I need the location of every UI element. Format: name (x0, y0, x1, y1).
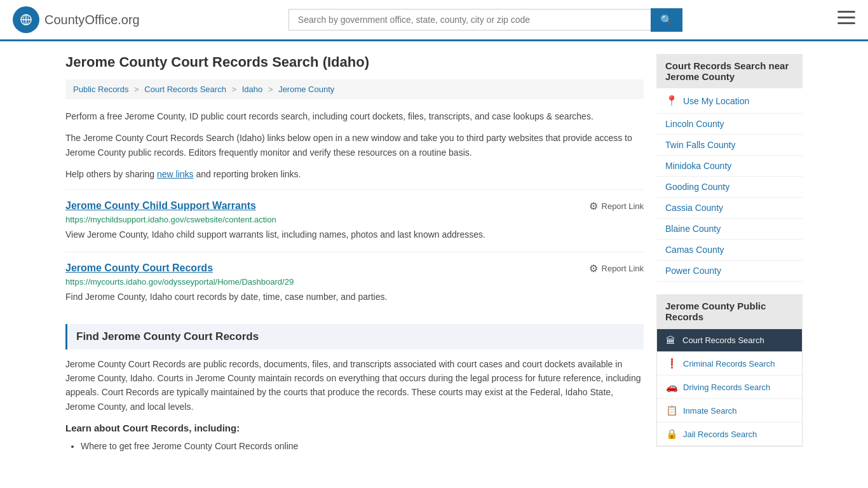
intro-para-2: The Jerome County Court Records Search (… (65, 131, 644, 159)
search-icon: 🔍 (660, 15, 673, 25)
list-item: Power County (656, 261, 803, 281)
main-container: Jerome County Court Records Search (Idah… (53, 41, 815, 472)
logo-text[interactable]: CountyOffice.org (44, 13, 140, 27)
gooding-county-link[interactable]: Gooding County (656, 177, 803, 197)
use-my-location-label: Use My Location (683, 96, 749, 106)
court-records-desc: Find Jerome County, Idaho court records … (65, 290, 644, 304)
blaine-county-link[interactable]: Blaine County (656, 219, 803, 239)
sidebar: Court Records Search near Jerome County … (656, 54, 803, 459)
logo-area: CountyOffice.org (13, 6, 140, 33)
breadcrumb: Public Records > Court Records Search > … (65, 79, 644, 99)
child-support-warrants-link[interactable]: Jerome County Child Support Warrants (65, 200, 256, 212)
page-title: Jerome County Court Records Search (Idah… (65, 54, 644, 71)
nearby-section-header: Court Records Search near Jerome County (656, 54, 803, 88)
nearby-section: Court Records Search near Jerome County … (656, 54, 803, 281)
criminal-records-search-nav[interactable]: ❗ Criminal Records Search (657, 352, 802, 375)
record-link-child-support: Jerome County Child Support Warrants ⚙ R… (65, 189, 644, 252)
public-records-list: 🏛 Court Records Search ❗ Criminal Record… (656, 329, 803, 447)
cassia-county-link[interactable]: Cassia County (656, 198, 803, 218)
intro-para-3: Help others by sharing new links and rep… (65, 167, 644, 181)
list-item: Twin Falls County (656, 135, 803, 156)
driving-records-icon: 🚗 (666, 381, 678, 393)
svg-rect-8 (837, 22, 855, 24)
child-support-desc: View Jerome County, Idaho child support … (65, 228, 644, 241)
hamburger-menu-icon[interactable] (837, 11, 855, 29)
report-icon-2: ⚙ (589, 262, 598, 274)
header: CountyOffice.org 🔍 (0, 0, 868, 41)
breadcrumb-idaho[interactable]: Idaho (242, 85, 263, 94)
list-item: ❗ Criminal Records Search (657, 352, 802, 376)
inmate-search-icon: 📋 (666, 405, 678, 416)
report-link-btn-1[interactable]: ⚙ Report Link (589, 200, 644, 212)
list-item: Lincoln County (656, 114, 803, 135)
use-my-location-btn[interactable]: 📍 Use My Location (656, 88, 803, 114)
report-link-btn-2[interactable]: ⚙ Report Link (589, 262, 644, 274)
nearby-counties-list: Lincoln County Twin Falls County Minidok… (656, 114, 803, 281)
svg-point-5 (22, 17, 24, 18)
jail-records-icon: 🔒 (666, 428, 678, 440)
find-section: Find Jerome County Court Records Jerome … (65, 324, 644, 455)
public-records-section-header: Jerome County Public Records (656, 294, 803, 329)
learn-list: Where to get free Jerome County Court Re… (81, 438, 644, 454)
twin-falls-county-link[interactable]: Twin Falls County (656, 135, 803, 155)
criminal-records-icon: ❗ (666, 358, 678, 369)
minidoka-county-link[interactable]: Minidoka County (656, 156, 803, 176)
list-item: Blaine County (656, 219, 803, 240)
report-icon-1: ⚙ (589, 200, 598, 212)
search-input[interactable] (288, 9, 651, 30)
svg-rect-7 (837, 17, 855, 18)
child-support-url: https://mychildsupport.idaho.gov/cswebsi… (65, 215, 644, 224)
logo-tld: Office.org (85, 13, 139, 27)
inmate-search-nav[interactable]: 📋 Inmate Search (657, 399, 802, 422)
court-records-search-nav[interactable]: 🏛 Court Records Search (657, 329, 802, 351)
breadcrumb-public-records[interactable]: Public Records (73, 85, 128, 94)
driving-records-search-nav[interactable]: 🚗 Driving Records Search (657, 376, 802, 398)
list-item: 🚗 Driving Records Search (657, 376, 802, 399)
svg-rect-6 (837, 11, 855, 13)
new-links-link[interactable]: new links (157, 169, 194, 179)
camas-county-link[interactable]: Camas County (656, 240, 803, 260)
list-item: 📋 Inmate Search (657, 399, 802, 423)
intro-para-1: Perform a free Jerome County, ID public … (65, 109, 644, 123)
breadcrumb-court-records-search[interactable]: Court Records Search (144, 85, 226, 94)
learn-list-item: Where to get free Jerome County Court Re… (81, 438, 644, 454)
content-area: Jerome County Court Records Search (Idah… (65, 54, 644, 459)
find-section-header: Find Jerome County Court Records (65, 324, 644, 349)
jail-records-search-nav[interactable]: 🔒 Jail Records Search (657, 423, 802, 445)
court-records-icon: 🏛 (666, 335, 677, 346)
public-records-section: Jerome County Public Records 🏛 Court Rec… (656, 294, 803, 447)
list-item: 🏛 Court Records Search (657, 329, 802, 352)
find-para: Jerome County Court Records are public r… (65, 357, 644, 414)
list-item: Gooding County (656, 177, 803, 198)
list-item: Minidoka County (656, 156, 803, 177)
list-item: 🔒 Jail Records Search (657, 423, 802, 446)
location-pin-icon: 📍 (665, 95, 678, 107)
breadcrumb-jerome-county[interactable]: Jerome County (278, 85, 334, 94)
learn-header: Learn about Court Records, including: (65, 423, 644, 433)
search-button[interactable]: 🔍 (651, 8, 682, 32)
lincoln-county-link[interactable]: Lincoln County (656, 114, 803, 134)
list-item: Cassia County (656, 198, 803, 219)
logo-icon (13, 6, 39, 33)
power-county-link[interactable]: Power County (656, 261, 803, 281)
record-link-court-records: Jerome County Court Records ⚙ Report Lin… (65, 252, 644, 314)
search-area: 🔍 (288, 8, 682, 32)
court-records-link[interactable]: Jerome County Court Records (65, 262, 213, 274)
court-records-url: https://mycourts.idaho.gov/odysseyportal… (65, 277, 644, 287)
list-item: Camas County (656, 240, 803, 261)
